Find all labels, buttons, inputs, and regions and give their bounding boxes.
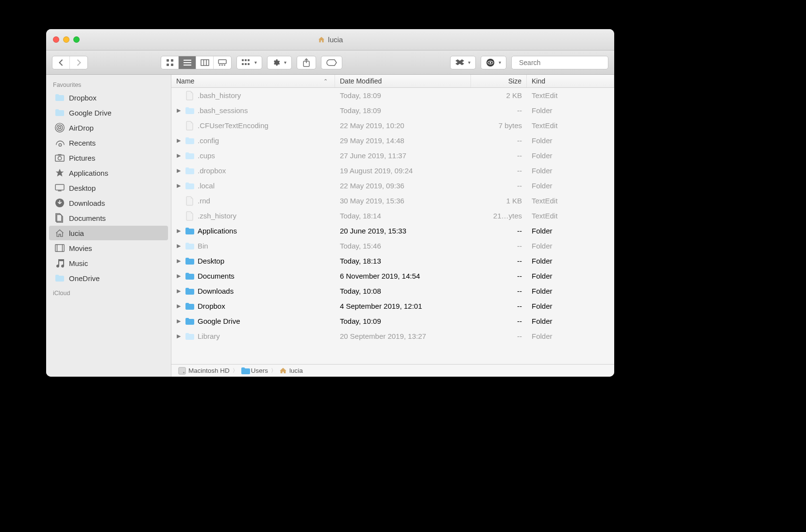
file-name: .CFUserTextEncoding	[198, 121, 269, 130]
disclosure-triangle-icon[interactable]: ▶	[175, 137, 182, 144]
sidebar-item-downloads[interactable]: Downloads	[49, 196, 168, 210]
file-row[interactable]: ▶ Applications 20 June 2019, 15:33 -- Fo…	[171, 223, 614, 238]
share-button[interactable]	[297, 56, 316, 69]
file-row[interactable]: ▶ Library 20 September 2019, 13:27 -- Fo…	[171, 329, 614, 344]
column-size[interactable]: Size	[471, 75, 527, 87]
list-view-button[interactable]	[179, 56, 196, 69]
svg-rect-14	[242, 59, 244, 61]
sidebar-item-airdrop[interactable]: AirDrop	[49, 120, 168, 135]
window-title: lucia	[46, 35, 614, 44]
disclosure-triangle-icon[interactable]: ▶	[175, 273, 182, 279]
folder-sys-icon	[185, 301, 195, 311]
sidebar-item-onedrive[interactable]: OneDrive	[49, 271, 168, 285]
file-row[interactable]: ▶ .dropbox 19 August 2019, 09:24 -- Fold…	[171, 163, 614, 178]
search-field[interactable]	[511, 56, 608, 69]
svg-point-23	[489, 62, 491, 63]
sidebar-item-google-drive[interactable]: Google Drive	[49, 105, 168, 120]
icon-view-button[interactable]	[161, 56, 179, 69]
disclosure-triangle-icon[interactable]: ▶	[175, 318, 182, 324]
dropbox-button[interactable]: ▾	[450, 56, 476, 69]
disclosure-triangle-icon[interactable]: ▶	[175, 167, 182, 174]
file-row[interactable]: ▶ .config 29 May 2019, 14:48 -- Folder	[171, 133, 614, 148]
documents-icon	[55, 213, 65, 223]
column-date[interactable]: Date Modified	[335, 75, 471, 87]
traffic-lights	[46, 36, 80, 43]
path-segment[interactable]: lucia	[279, 367, 303, 375]
tags-button[interactable]	[321, 56, 342, 69]
file-row[interactable]: ▶ Google Drive Today, 10:09 -- Folder	[171, 314, 614, 329]
column-name[interactable]: Name ⌃	[171, 75, 335, 87]
folder-sys-icon	[185, 286, 195, 296]
file-name: .rnd	[198, 197, 210, 205]
disclosure-triangle-icon[interactable]: ▶	[175, 152, 182, 159]
svg-point-27	[57, 125, 63, 131]
column-size-label: Size	[508, 77, 521, 85]
close-button[interactable]	[53, 36, 59, 43]
file-row[interactable]: ▶ Desktop Today, 18:13 -- Folder	[171, 253, 614, 268]
file-row[interactable]: .CFUserTextEncoding 22 May 2019, 10:20 7…	[171, 118, 614, 133]
view-mode-buttons	[161, 56, 232, 69]
privacy-button[interactable]: ▾	[481, 56, 506, 69]
music-icon	[55, 258, 65, 268]
sidebar-item-pictures[interactable]: Pictures	[49, 150, 168, 165]
file-row[interactable]: .rnd 30 May 2019, 15:36 1 KB TextEdit	[171, 193, 614, 208]
file-size: --	[471, 257, 527, 265]
file-row[interactable]: ▶ Dropbox 4 September 2019, 12:01 -- Fol…	[171, 299, 614, 314]
sidebar-item-dropbox[interactable]: Dropbox	[49, 90, 168, 105]
path-segment[interactable]: Macintosh HD	[178, 367, 230, 375]
file-row[interactable]: ▶ Documents 6 November 2019, 14:54 -- Fo…	[171, 268, 614, 283]
gallery-view-button[interactable]	[214, 56, 231, 69]
sidebar-item-applications[interactable]: Applications	[49, 166, 168, 180]
file-row[interactable]: .zsh_history Today, 18:14 21…ytes TextEd…	[171, 208, 614, 223]
airdrop-icon	[55, 123, 65, 133]
file-row[interactable]: ▶ .bash_sessions Today, 18:09 -- Folder	[171, 103, 614, 118]
minimize-button[interactable]	[63, 36, 69, 43]
disclosure-triangle-icon[interactable]: ▶	[175, 183, 182, 189]
file-name: Bin	[198, 242, 208, 250]
path-bar: Macintosh HD〉Users〉lucia	[171, 364, 614, 377]
file-row[interactable]: ▶ Downloads Today, 10:08 -- Folder	[171, 283, 614, 299]
eye-circle-icon	[486, 58, 495, 67]
file-date: 6 November 2019, 14:54	[335, 272, 471, 280]
file-date: Today, 18:14	[335, 212, 471, 220]
forward-button[interactable]	[70, 56, 87, 69]
svg-rect-11	[219, 65, 220, 66]
group-by-button[interactable]: ▾	[236, 56, 262, 69]
file-row[interactable]: ▶ .local 22 May 2019, 09:36 -- Folder	[171, 178, 614, 193]
movies-icon	[55, 243, 65, 253]
sidebar-item-label: lucia	[69, 229, 84, 237]
svg-rect-13	[224, 65, 225, 66]
file-row[interactable]: ▶ Bin Today, 15:46 -- Folder	[171, 238, 614, 253]
file-row[interactable]: .bash_history Today, 18:09 2 KB TextEdit	[171, 88, 614, 103]
path-segment[interactable]: Users	[241, 367, 268, 375]
action-menu-button[interactable]: ▾	[267, 56, 292, 69]
disclosure-triangle-icon[interactable]: ▶	[175, 258, 182, 264]
svg-rect-17	[242, 63, 244, 65]
column-kind[interactable]: Kind	[527, 75, 614, 87]
sidebar-item-lucia[interactable]: lucia	[49, 226, 168, 240]
path-label: Users	[251, 367, 268, 374]
sidebar-item-documents[interactable]: Documents	[49, 211, 168, 225]
file-row[interactable]: ▶ .cups 27 June 2019, 11:37 -- Folder	[171, 148, 614, 163]
disclosure-triangle-icon[interactable]: ▶	[175, 228, 182, 234]
sidebar-item-recents[interactable]: Recents	[49, 135, 168, 150]
home-icon	[279, 367, 287, 375]
file-name: Documents	[198, 272, 235, 280]
zoom-button[interactable]	[73, 36, 80, 43]
disclosure-triangle-icon[interactable]: ▶	[175, 107, 182, 114]
disclosure-triangle-icon[interactable]: ▶	[175, 288, 182, 294]
sidebar-item-movies[interactable]: Movies	[49, 241, 168, 255]
search-input[interactable]	[519, 59, 604, 66]
disclosure-triangle-icon[interactable]: ▶	[175, 333, 182, 339]
file-kind: Folder	[527, 182, 614, 190]
sidebar-item-music[interactable]: Music	[49, 256, 168, 270]
file-kind: TextEdit	[527, 212, 614, 220]
apps-icon	[55, 168, 65, 178]
back-button[interactable]	[52, 56, 70, 69]
file-kind: Folder	[527, 332, 614, 340]
column-view-button[interactable]	[196, 56, 214, 69]
search-icon	[516, 59, 516, 66]
sidebar-item-desktop[interactable]: Desktop	[49, 181, 168, 195]
disclosure-triangle-icon[interactable]: ▶	[175, 243, 182, 249]
disclosure-triangle-icon[interactable]: ▶	[175, 303, 182, 309]
